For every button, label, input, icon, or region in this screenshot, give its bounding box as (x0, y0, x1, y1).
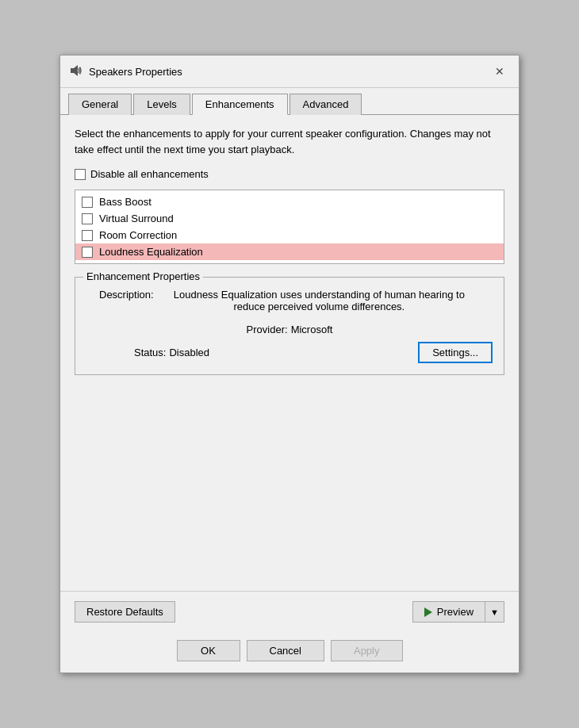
preview-label: Preview (437, 606, 474, 618)
provider-value: Microsoft (291, 324, 333, 335)
svg-marker-1 (74, 65, 78, 76)
tab-general[interactable]: General (68, 94, 132, 115)
close-button[interactable]: ✕ (490, 62, 509, 81)
ok-button[interactable]: OK (177, 640, 240, 661)
svg-rect-0 (71, 68, 74, 73)
speakers-properties-dialog: Speakers Properties ✕ General Levels Enh… (59, 55, 520, 673)
enhancement-list: Bass Boost Virtual Surround Room Correct… (75, 190, 504, 264)
tab-levels[interactable]: Levels (133, 94, 190, 115)
status-settings-row: Status: Disabled Settings... (86, 342, 493, 363)
tab-enhancements[interactable]: Enhancements (192, 94, 288, 115)
loudness-eq-label: Loudness Equalization (99, 246, 203, 258)
list-item-virtual-surround[interactable]: Virtual Surround (75, 210, 504, 227)
description-text: Select the enhancements to apply for you… (75, 126, 504, 157)
provider-row: Provider: Microsoft (86, 324, 493, 335)
desc-label: Description: (99, 289, 154, 312)
dialog-footer: OK Cancel Apply (60, 632, 519, 672)
dialog-title: Speakers Properties (89, 66, 182, 78)
disable-all-row: Disable all enhancements (75, 168, 504, 180)
properties-content: Description: Loudness Equalization uses … (86, 289, 493, 363)
tab-bar: General Levels Enhancements Advanced (60, 88, 519, 115)
tab-advanced[interactable]: Advanced (290, 94, 362, 115)
title-bar: Speakers Properties ✕ (60, 56, 519, 88)
list-item-room-correction[interactable]: Room Correction (75, 227, 504, 243)
preview-button[interactable]: Preview (412, 601, 485, 623)
disable-all-label: Disable all enhancements (90, 168, 209, 180)
room-correction-label: Room Correction (99, 229, 177, 241)
group-box-legend: Enhancement Properties (83, 270, 203, 282)
provider-label: Provider: (247, 324, 288, 335)
title-bar-left: Speakers Properties (70, 64, 182, 79)
list-item-bass-boost[interactable]: Bass Boost (75, 193, 504, 210)
virtual-surround-label: Virtual Surround (99, 213, 174, 224)
status-value: Disabled (169, 347, 209, 358)
disable-all-checkbox[interactable] (75, 169, 86, 180)
settings-button[interactable]: Settings... (418, 342, 493, 363)
cancel-button[interactable]: Cancel (247, 640, 324, 661)
tab-content: Select the enhancements to apply for you… (60, 115, 519, 591)
virtual-surround-checkbox[interactable] (82, 213, 93, 224)
preview-dropdown-button[interactable]: ▼ (485, 601, 504, 623)
bass-boost-label: Bass Boost (99, 196, 151, 208)
play-icon (424, 607, 432, 617)
bottom-buttons: Restore Defaults Preview ▼ (60, 591, 519, 632)
bass-boost-checkbox[interactable] (82, 197, 93, 208)
desc-value: Loudness Equalization uses understanding… (159, 289, 480, 312)
list-item-loudness-equalization[interactable]: Loudness Equalization (75, 243, 504, 260)
loudness-eq-checkbox[interactable] (82, 247, 93, 258)
restore-defaults-button[interactable]: Restore Defaults (75, 601, 175, 623)
description-row: Description: Loudness Equalization uses … (86, 289, 493, 312)
room-correction-checkbox[interactable] (82, 230, 93, 241)
enhancement-properties-group: Enhancement Properties Description: Loud… (75, 277, 504, 375)
preview-group: Preview ▼ (412, 601, 504, 623)
apply-button[interactable]: Apply (331, 640, 403, 661)
speaker-icon (70, 64, 82, 79)
status-label: Status: (134, 347, 166, 358)
